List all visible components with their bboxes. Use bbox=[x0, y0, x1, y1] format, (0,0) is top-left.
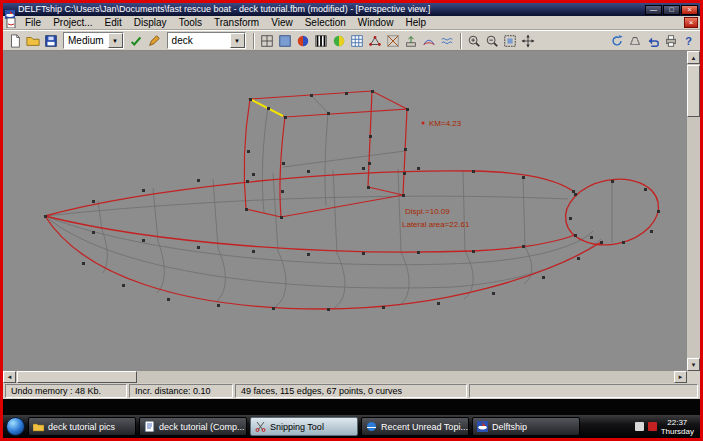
clock-day: Thursday bbox=[661, 427, 694, 436]
save-icon[interactable] bbox=[42, 32, 59, 49]
mdi-close-icon[interactable]: × bbox=[684, 17, 698, 28]
application-window: DELFTship C:\Users\Jan\Documents\fast re… bbox=[0, 0, 703, 441]
curvature-plot-icon[interactable] bbox=[421, 32, 438, 49]
taskbar-button-deck-tutorial-pics[interactable]: deck tutorial pics bbox=[28, 417, 136, 436]
precision-value: Medium bbox=[64, 33, 108, 48]
toolbar-right-group: ? bbox=[608, 32, 697, 49]
developability-icon[interactable] bbox=[331, 32, 348, 49]
control-points[interactable] bbox=[44, 90, 660, 311]
close-icon[interactable]: × bbox=[681, 5, 698, 15]
menu-bar: File Project... Edit Display Tools Trans… bbox=[3, 16, 700, 30]
system-tray: 22:37 Thursday bbox=[635, 418, 697, 436]
pan-icon[interactable] bbox=[520, 32, 537, 49]
taskbar-clock[interactable]: 22:37 Thursday bbox=[661, 418, 694, 436]
status-filler bbox=[469, 384, 698, 398]
perspective-viewport[interactable]: KM=4.23 Displ.=10.09 Lateral area=22.61 … bbox=[3, 51, 700, 383]
folder-icon bbox=[33, 421, 44, 432]
scroll-down-icon[interactable]: ▼ bbox=[687, 358, 700, 371]
zoom-in-icon[interactable] bbox=[466, 32, 483, 49]
minimize-icon[interactable]: — bbox=[645, 5, 662, 15]
status-bar: Undo memory : 48 Kb. Incr. distance: 0.1… bbox=[3, 383, 700, 399]
desktop-background bbox=[3, 399, 700, 415]
document-icon bbox=[144, 421, 155, 432]
menu-view[interactable]: View bbox=[265, 16, 299, 29]
menu-file[interactable]: File bbox=[19, 16, 47, 29]
mdi-document-icon bbox=[6, 18, 16, 28]
title-bar: DELFTship C:\Users\Jan\Documents\fast re… bbox=[3, 3, 700, 16]
scroll-up-icon[interactable]: ▲ bbox=[687, 51, 700, 64]
taskbar-button-label: Recent Unread Topi... bbox=[381, 422, 468, 432]
windows-taskbar: deck tutorial pics deck tutorial (Comp..… bbox=[3, 415, 700, 438]
scroll-left-icon[interactable]: ◄ bbox=[3, 371, 16, 383]
layer-value: deck bbox=[168, 33, 230, 48]
normals-icon[interactable] bbox=[403, 32, 420, 49]
menu-edit[interactable]: Edit bbox=[99, 16, 128, 29]
taskbar-button-snipping-tool[interactable]: Snipping Tool bbox=[250, 417, 358, 436]
control-net-icon[interactable] bbox=[367, 32, 384, 49]
km-annotation: KM=4.23 bbox=[429, 119, 462, 128]
wireframe-view-icon[interactable] bbox=[259, 32, 276, 49]
taskbar-button-label: deck tutorial pics bbox=[48, 422, 115, 432]
scissors-icon bbox=[255, 421, 266, 432]
horizontal-scroll-thumb[interactable] bbox=[17, 371, 137, 383]
menu-transform[interactable]: Transform bbox=[208, 16, 265, 29]
delftship-icon bbox=[477, 421, 488, 432]
undo-memory-status: Undo memory : 48 Kb. bbox=[5, 384, 127, 398]
open-file-icon[interactable] bbox=[24, 32, 41, 49]
app-icon bbox=[5, 5, 15, 14]
menu-selection[interactable]: Selection bbox=[299, 16, 352, 29]
clock-time: 22:37 bbox=[661, 418, 694, 427]
gauss-curvature-icon[interactable] bbox=[295, 32, 312, 49]
zoom-out-icon[interactable] bbox=[484, 32, 501, 49]
displacement-annotation: Displ.=10.09 bbox=[405, 207, 450, 216]
toolbar-separator bbox=[253, 33, 255, 49]
hull-edges bbox=[45, 171, 665, 309]
grid-icon[interactable] bbox=[349, 32, 366, 49]
shaded-view-icon[interactable] bbox=[277, 32, 294, 49]
taskbar-button-label: Snipping Tool bbox=[270, 422, 324, 432]
taskbar-button-browser[interactable]: Recent Unread Topi... bbox=[361, 417, 469, 436]
toolbar: Medium ▼ deck ▼ ? bbox=[3, 30, 700, 51]
zebra-shading-icon[interactable] bbox=[313, 32, 330, 49]
scrollbar-corner bbox=[687, 371, 700, 383]
edit-points-icon[interactable] bbox=[146, 32, 163, 49]
horizontal-scrollbar[interactable]: ◄ ► bbox=[3, 371, 687, 383]
vertical-scroll-thumb[interactable] bbox=[687, 65, 700, 117]
menu-tools[interactable]: Tools bbox=[173, 16, 208, 29]
taskbar-button-deck-tutorial-doc[interactable]: deck tutorial (Comp... bbox=[139, 417, 247, 436]
menu-window[interactable]: Window bbox=[352, 16, 400, 29]
scroll-right-icon[interactable]: ► bbox=[674, 371, 687, 383]
toolbar-separator bbox=[460, 33, 462, 49]
perspective-view-icon[interactable] bbox=[626, 32, 643, 49]
start-button[interactable] bbox=[6, 417, 25, 436]
zoom-extents-icon[interactable] bbox=[502, 32, 519, 49]
model-stats-status: 49 faces, 115 edges, 67 points, 0 curves bbox=[235, 384, 467, 398]
tray-app-icon[interactable] bbox=[635, 422, 644, 431]
taskbar-button-delftship[interactable]: Delftship bbox=[472, 417, 580, 436]
undo-icon[interactable] bbox=[644, 32, 661, 49]
help-icon[interactable]: ? bbox=[680, 32, 697, 49]
menu-project[interactable]: Project... bbox=[47, 16, 98, 29]
menu-display[interactable]: Display bbox=[128, 16, 173, 29]
chevron-down-icon[interactable]: ▼ bbox=[108, 33, 123, 48]
window-title: DELFTship C:\Users\Jan\Documents\fast re… bbox=[18, 4, 644, 15]
print-icon[interactable] bbox=[662, 32, 679, 49]
internet-explorer-icon bbox=[366, 421, 377, 432]
vertical-scrollbar[interactable]: ▲ ▼ bbox=[687, 51, 700, 371]
lateral-area-annotation: Lateral area=22.61 bbox=[402, 220, 470, 229]
precision-combobox[interactable]: Medium ▼ bbox=[63, 32, 124, 49]
menu-help[interactable]: Help bbox=[399, 16, 432, 29]
hydrostatics-icon[interactable] bbox=[439, 32, 456, 49]
rotate-view-icon[interactable] bbox=[608, 32, 625, 49]
check-model-icon[interactable] bbox=[128, 32, 145, 49]
hydrostatics-annotations: KM=4.23 Displ.=10.09 Lateral area=22.61 bbox=[402, 119, 470, 229]
interior-edges-icon[interactable] bbox=[385, 32, 402, 49]
maximize-icon[interactable]: □ bbox=[663, 5, 680, 15]
incr-distance-status: Incr. distance: 0.10 bbox=[129, 384, 233, 398]
tray-antivirus-icon[interactable] bbox=[648, 422, 657, 431]
chevron-down-icon[interactable]: ▼ bbox=[230, 33, 245, 48]
taskbar-button-label: Delftship bbox=[492, 422, 527, 432]
new-file-icon[interactable] bbox=[6, 32, 23, 49]
model-canvas[interactable]: KM=4.23 Displ.=10.09 Lateral area=22.61 bbox=[3, 51, 687, 371]
layer-combobox[interactable]: deck ▼ bbox=[167, 32, 246, 49]
